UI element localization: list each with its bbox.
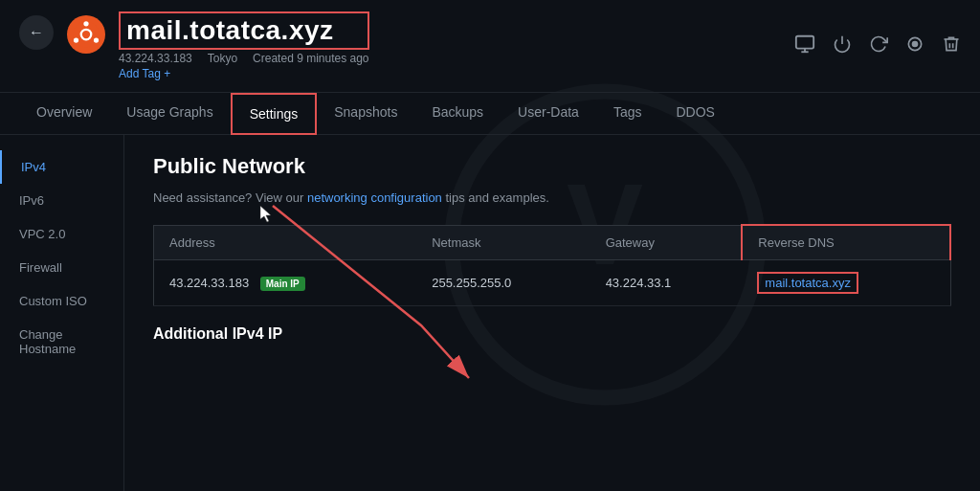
server-name-box: mail.totatca.xyz bbox=[119, 11, 369, 50]
col-gateway: Gateway bbox=[590, 225, 743, 260]
sidebar-item-firewall[interactable]: Firewall bbox=[0, 251, 123, 284]
sidebar-item-change-hostname[interactable]: Change Hostname bbox=[0, 318, 123, 366]
svg-rect-7 bbox=[796, 35, 813, 48]
server-ip: 43.224.33.183 bbox=[119, 52, 192, 65]
help-text: Need assistance? View our networking con… bbox=[153, 190, 951, 205]
svg-point-5 bbox=[94, 37, 99, 42]
tab-settings[interactable]: Settings bbox=[231, 93, 318, 135]
tab-backups[interactable]: Backups bbox=[414, 93, 501, 134]
help-text-before: Need assistance? View our bbox=[153, 190, 303, 205]
record-icon[interactable] bbox=[905, 34, 924, 58]
server-location: Tokyo bbox=[208, 52, 237, 65]
svg-point-4 bbox=[83, 21, 88, 26]
section-title: Public Network bbox=[153, 154, 951, 179]
server-created: Created 9 minutes ago bbox=[253, 52, 368, 65]
tab-user-data[interactable]: User-Data bbox=[501, 93, 596, 134]
col-address: Address bbox=[154, 225, 417, 260]
svg-point-12 bbox=[913, 41, 918, 46]
ip-address-value: 43.224.33.183 bbox=[169, 276, 249, 290]
power-icon[interactable] bbox=[833, 34, 852, 58]
header-actions bbox=[794, 33, 961, 59]
cell-reverse-dns: mail.totatca.xyz bbox=[742, 260, 950, 306]
header: ← mail.totatca.xyz 43.224.33.183 Tokyo C… bbox=[0, 0, 980, 93]
tab-ddos[interactable]: DDOS bbox=[658, 93, 731, 134]
cell-gateway: 43.224.33.1 bbox=[590, 260, 743, 306]
add-tag-link[interactable]: Add Tag + bbox=[119, 67, 369, 80]
server-meta: 43.224.33.183 Tokyo Created 9 minutes ag… bbox=[119, 52, 369, 65]
back-icon: ← bbox=[29, 24, 44, 41]
main-ip-badge: Main IP bbox=[260, 277, 305, 291]
help-text-after: tips and examples. bbox=[445, 190, 548, 205]
additional-title: Additional IPv4 IP bbox=[153, 325, 951, 343]
header-left: ← mail.totatca.xyz 43.224.33.183 Tokyo C… bbox=[19, 11, 369, 80]
table-header: Address Netmask Gateway Reverse DNS bbox=[154, 225, 951, 260]
sidebar-item-custom-iso[interactable]: Custom ISO bbox=[0, 284, 123, 318]
networking-config-link[interactable]: networking configuration bbox=[307, 190, 442, 205]
col-reverse-dns: Reverse DNS bbox=[742, 225, 950, 260]
svg-point-6 bbox=[74, 37, 78, 42]
table-row: 43.224.33.183 Main IP 255.255.255.0 43.2… bbox=[154, 260, 951, 306]
nav-tabs: Overview Usage Graphs Settings Snapshots… bbox=[0, 93, 980, 135]
back-button[interactable]: ← bbox=[19, 15, 54, 50]
cell-netmask: 255.255.255.0 bbox=[416, 260, 590, 306]
server-name: mail.totatca.xyz bbox=[126, 15, 334, 45]
monitor-icon[interactable] bbox=[794, 33, 815, 59]
sidebar-item-ipv4[interactable]: IPv4 bbox=[0, 150, 123, 184]
tab-overview[interactable]: Overview bbox=[19, 93, 109, 134]
refresh-icon[interactable] bbox=[869, 34, 888, 58]
server-info: mail.totatca.xyz 43.224.33.183 Tokyo Cre… bbox=[119, 11, 369, 80]
tab-usage-graphs[interactable]: Usage Graphs bbox=[109, 93, 230, 134]
reverse-dns-link[interactable]: mail.totatca.xyz bbox=[757, 272, 858, 294]
tab-tags[interactable]: Tags bbox=[596, 93, 659, 134]
delete-icon[interactable] bbox=[942, 34, 961, 58]
col-netmask: Netmask bbox=[416, 225, 590, 260]
sidebar-item-vpc2[interactable]: VPC 2.0 bbox=[0, 217, 123, 251]
ubuntu-icon bbox=[67, 15, 105, 54]
network-table: Address Netmask Gateway Reverse DNS 43.2… bbox=[153, 224, 951, 306]
cell-address: 43.224.33.183 Main IP bbox=[154, 260, 417, 306]
content: Public Network Need assistance? View our… bbox=[124, 135, 980, 491]
tab-snapshots[interactable]: Snapshots bbox=[317, 93, 414, 134]
main-layout: IPv4 IPv6 VPC 2.0 Firewall Custom ISO Ch… bbox=[0, 135, 980, 491]
sidebar: IPv4 IPv6 VPC 2.0 Firewall Custom ISO Ch… bbox=[0, 135, 124, 491]
sidebar-item-ipv6[interactable]: IPv6 bbox=[0, 184, 123, 217]
